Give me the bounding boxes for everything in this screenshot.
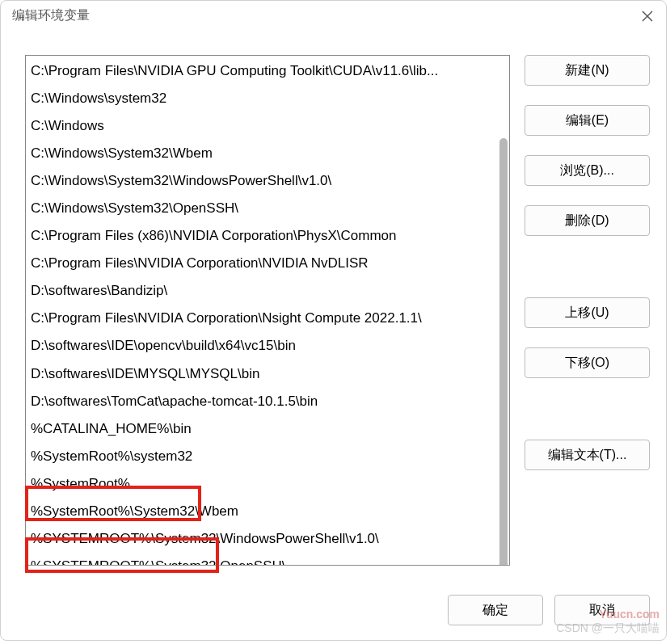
- list-item[interactable]: C:\Windows\System32\Wbem: [26, 140, 509, 167]
- list-inner: C:\Program Files\NVIDIA GPU Computing To…: [26, 56, 509, 566]
- path-listbox[interactable]: C:\Program Files\NVIDIA GPU Computing To…: [25, 55, 510, 566]
- list-item[interactable]: D:\softwares\IDE\opencv\build\x64\vc15\b…: [26, 332, 509, 360]
- list-item[interactable]: C:\Windows\System32\OpenSSH\: [26, 195, 509, 222]
- list-item[interactable]: %SYSTEMROOT%\System32\WindowsPowerShell\…: [26, 525, 509, 553]
- delete-button[interactable]: 删除(D): [525, 205, 650, 236]
- list-item[interactable]: C:\Program Files\NVIDIA Corporation\Nsig…: [26, 305, 509, 332]
- spacer: [525, 255, 650, 278]
- movedown-button[interactable]: 下移(O): [525, 347, 650, 378]
- close-icon: [642, 11, 653, 22]
- list-item[interactable]: C:\Program Files\NVIDIA GPU Computing To…: [26, 57, 509, 85]
- list-item[interactable]: %SystemRoot%: [26, 470, 509, 498]
- titlebar: 编辑环境变量: [1, 1, 666, 29]
- watermark-line2: CSDN @一只大喵喵: [556, 621, 659, 635]
- watermark-line1: Yuucn.com: [556, 608, 659, 621]
- side-buttons: 新建(N) 编辑(E) 浏览(B)... 删除(D) 上移(U) 下移(O) 编…: [525, 55, 650, 585]
- list-wrap: C:\Program Files\NVIDIA GPU Computing To…: [25, 55, 510, 585]
- watermark: Yuucn.com CSDN @一只大喵喵: [556, 608, 659, 635]
- list-item[interactable]: %SystemRoot%\system32: [26, 443, 509, 470]
- list-item[interactable]: C:\Program Files (x86)\NVIDIA Corporatio…: [26, 222, 509, 250]
- edittext-button[interactable]: 编辑文本(T)...: [525, 440, 650, 470]
- list-item[interactable]: %CATALINA_HOME%\bin: [26, 415, 509, 443]
- ok-button[interactable]: 确定: [448, 595, 543, 625]
- env-var-dialog: 编辑环境变量 C:\Program Files\NVIDIA GPU Compu…: [0, 0, 667, 641]
- scrollbar[interactable]: [498, 57, 508, 563]
- moveup-button[interactable]: 上移(U): [525, 297, 650, 328]
- list-item[interactable]: %SystemRoot%\System32\Wbem: [26, 498, 509, 525]
- edit-button[interactable]: 编辑(E): [525, 105, 650, 136]
- list-item[interactable]: C:\Windows\system32: [26, 85, 509, 112]
- dialog-body: C:\Program Files\NVIDIA GPU Computing To…: [1, 29, 666, 591]
- list-item[interactable]: C:\Program Files\NVIDIA Corporation\NVID…: [26, 250, 509, 277]
- spacer: [525, 398, 650, 420]
- browse-button[interactable]: 浏览(B)...: [525, 155, 650, 186]
- list-item[interactable]: C:\Windows\System32\WindowsPowerShell\v1…: [26, 167, 509, 195]
- dialog-title: 编辑环境变量: [12, 7, 90, 24]
- new-button[interactable]: 新建(N): [525, 55, 650, 86]
- list-item[interactable]: D:\softwares\TomCat\apache-tomcat-10.1.5…: [26, 388, 509, 415]
- list-item[interactable]: D:\softwares\Bandizip\: [26, 277, 509, 305]
- scroll-thumb[interactable]: [499, 138, 508, 566]
- list-item[interactable]: D:\softwares\IDE\MYSQL\MYSQL\bin: [26, 360, 509, 388]
- close-button[interactable]: [640, 9, 655, 23]
- list-item[interactable]: %SYSTEMROOT%\System32\OpenSSH\: [26, 553, 509, 566]
- list-item[interactable]: C:\Windows: [26, 112, 509, 140]
